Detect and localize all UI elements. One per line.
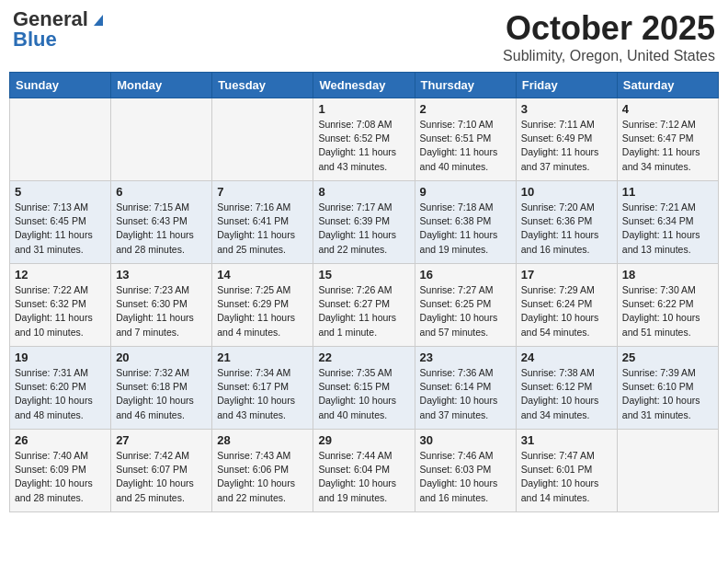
day-info: Sunrise: 7:31 AMSunset: 6:20 PMDaylight:… — [15, 366, 106, 422]
day-info: Sunrise: 7:21 AMSunset: 6:34 PMDaylight:… — [622, 201, 713, 257]
day-number: 30 — [420, 433, 511, 447]
day-cell — [10, 98, 111, 181]
day-number: 28 — [217, 433, 308, 447]
day-info: Sunrise: 7:35 AMSunset: 6:15 PMDaylight:… — [318, 366, 409, 422]
day-number: 3 — [521, 102, 612, 116]
svg-marker-0 — [94, 15, 103, 26]
day-number: 5 — [15, 185, 106, 199]
day-number: 7 — [217, 185, 308, 199]
day-info: Sunrise: 7:16 AMSunset: 6:41 PMDaylight:… — [217, 201, 308, 257]
day-number: 15 — [318, 268, 409, 282]
day-info: Sunrise: 7:17 AMSunset: 6:39 PMDaylight:… — [318, 201, 409, 257]
week-row-3: 12Sunrise: 7:22 AMSunset: 6:32 PMDayligh… — [10, 264, 719, 347]
day-number: 13 — [116, 268, 207, 282]
page-header: General Blue October 2025 Sublimity, Ore… — [9, 9, 719, 64]
day-number: 21 — [217, 350, 308, 364]
day-info: Sunrise: 7:26 AMSunset: 6:27 PMDaylight:… — [318, 283, 409, 339]
day-info: Sunrise: 7:15 AMSunset: 6:43 PMDaylight:… — [116, 201, 207, 257]
day-cell: 15Sunrise: 7:26 AMSunset: 6:27 PMDayligh… — [313, 264, 415, 347]
day-info: Sunrise: 7:40 AMSunset: 6:09 PMDaylight:… — [15, 449, 106, 505]
day-info: Sunrise: 7:36 AMSunset: 6:14 PMDaylight:… — [420, 366, 511, 422]
day-info: Sunrise: 7:34 AMSunset: 6:17 PMDaylight:… — [217, 366, 308, 422]
day-number: 16 — [420, 268, 511, 282]
day-number: 14 — [217, 268, 308, 282]
day-info: Sunrise: 7:38 AMSunset: 6:12 PMDaylight:… — [521, 366, 612, 422]
day-info: Sunrise: 7:42 AMSunset: 6:07 PMDaylight:… — [116, 449, 207, 505]
day-number: 6 — [116, 185, 207, 199]
header-friday: Friday — [516, 73, 617, 98]
day-cell: 24Sunrise: 7:38 AMSunset: 6:12 PMDayligh… — [516, 347, 617, 430]
header-thursday: Thursday — [415, 73, 516, 98]
day-info: Sunrise: 7:23 AMSunset: 6:30 PMDaylight:… — [116, 283, 207, 339]
day-cell: 17Sunrise: 7:29 AMSunset: 6:24 PMDayligh… — [516, 264, 617, 347]
day-info: Sunrise: 7:10 AMSunset: 6:51 PMDaylight:… — [420, 118, 511, 174]
day-info: Sunrise: 7:22 AMSunset: 6:32 PMDaylight:… — [15, 283, 106, 339]
day-number: 24 — [521, 350, 612, 364]
day-cell: 28Sunrise: 7:43 AMSunset: 6:06 PMDayligh… — [212, 430, 313, 512]
day-info: Sunrise: 7:18 AMSunset: 6:38 PMDaylight:… — [420, 201, 511, 257]
day-number: 23 — [420, 350, 511, 364]
day-cell: 4Sunrise: 7:12 AMSunset: 6:47 PMDaylight… — [617, 98, 718, 181]
day-number: 22 — [318, 350, 409, 364]
day-cell: 25Sunrise: 7:39 AMSunset: 6:10 PMDayligh… — [617, 347, 718, 430]
day-cell: 8Sunrise: 7:17 AMSunset: 6:39 PMDaylight… — [313, 181, 415, 264]
day-number: 9 — [420, 185, 511, 199]
day-number: 18 — [622, 268, 713, 282]
day-info: Sunrise: 7:13 AMSunset: 6:45 PMDaylight:… — [15, 201, 106, 257]
title-block: October 2025 Sublimity, Oregon, United S… — [503, 9, 715, 64]
day-cell: 14Sunrise: 7:25 AMSunset: 6:29 PMDayligh… — [212, 264, 313, 347]
day-cell: 1Sunrise: 7:08 AMSunset: 6:52 PMDaylight… — [313, 98, 415, 181]
day-cell: 11Sunrise: 7:21 AMSunset: 6:34 PMDayligh… — [617, 181, 718, 264]
day-cell: 18Sunrise: 7:30 AMSunset: 6:22 PMDayligh… — [617, 264, 718, 347]
calendar-table: SundayMondayTuesdayWednesdayThursdayFrid… — [9, 72, 719, 512]
week-row-5: 26Sunrise: 7:40 AMSunset: 6:09 PMDayligh… — [10, 430, 719, 512]
day-number: 4 — [622, 102, 713, 116]
day-cell: 20Sunrise: 7:32 AMSunset: 6:18 PMDayligh… — [111, 347, 212, 430]
day-number: 29 — [318, 433, 409, 447]
day-number: 2 — [420, 102, 511, 116]
day-cell: 23Sunrise: 7:36 AMSunset: 6:14 PMDayligh… — [415, 347, 516, 430]
day-cell: 2Sunrise: 7:10 AMSunset: 6:51 PMDaylight… — [415, 98, 516, 181]
day-cell: 22Sunrise: 7:35 AMSunset: 6:15 PMDayligh… — [313, 347, 415, 430]
day-info: Sunrise: 7:39 AMSunset: 6:10 PMDaylight:… — [622, 366, 713, 422]
week-row-2: 5Sunrise: 7:13 AMSunset: 6:45 PMDaylight… — [10, 181, 719, 264]
day-cell: 21Sunrise: 7:34 AMSunset: 6:17 PMDayligh… — [212, 347, 313, 430]
logo-icon — [90, 11, 107, 28]
day-info: Sunrise: 7:27 AMSunset: 6:25 PMDaylight:… — [420, 283, 511, 339]
header-saturday: Saturday — [617, 73, 718, 98]
day-number: 26 — [15, 433, 106, 447]
header-tuesday: Tuesday — [212, 73, 313, 98]
day-cell: 27Sunrise: 7:42 AMSunset: 6:07 PMDayligh… — [111, 430, 212, 512]
day-cell: 30Sunrise: 7:46 AMSunset: 6:03 PMDayligh… — [415, 430, 516, 512]
header-row: SundayMondayTuesdayWednesdayThursdayFrid… — [10, 73, 719, 98]
day-number: 31 — [521, 433, 612, 447]
day-info: Sunrise: 7:43 AMSunset: 6:06 PMDaylight:… — [217, 449, 308, 505]
day-info: Sunrise: 7:30 AMSunset: 6:22 PMDaylight:… — [622, 283, 713, 339]
logo: General Blue — [13, 9, 107, 50]
day-cell: 13Sunrise: 7:23 AMSunset: 6:30 PMDayligh… — [111, 264, 212, 347]
day-cell: 19Sunrise: 7:31 AMSunset: 6:20 PMDayligh… — [10, 347, 111, 430]
page-subtitle: Sublimity, Oregon, United States — [503, 48, 715, 64]
day-cell — [212, 98, 313, 181]
day-number: 1 — [318, 102, 409, 116]
day-cell: 3Sunrise: 7:11 AMSunset: 6:49 PMDaylight… — [516, 98, 617, 181]
day-info: Sunrise: 7:32 AMSunset: 6:18 PMDaylight:… — [116, 366, 207, 422]
day-info: Sunrise: 7:29 AMSunset: 6:24 PMDaylight:… — [521, 283, 612, 339]
day-cell: 12Sunrise: 7:22 AMSunset: 6:32 PMDayligh… — [10, 264, 111, 347]
day-cell: 16Sunrise: 7:27 AMSunset: 6:25 PMDayligh… — [415, 264, 516, 347]
day-cell: 9Sunrise: 7:18 AMSunset: 6:38 PMDaylight… — [415, 181, 516, 264]
day-cell: 6Sunrise: 7:15 AMSunset: 6:43 PMDaylight… — [111, 181, 212, 264]
day-cell: 29Sunrise: 7:44 AMSunset: 6:04 PMDayligh… — [313, 430, 415, 512]
week-row-4: 19Sunrise: 7:31 AMSunset: 6:20 PMDayligh… — [10, 347, 719, 430]
day-number: 17 — [521, 268, 612, 282]
header-monday: Monday — [111, 73, 212, 98]
day-cell: 31Sunrise: 7:47 AMSunset: 6:01 PMDayligh… — [516, 430, 617, 512]
day-number: 27 — [116, 433, 207, 447]
page-title: October 2025 — [503, 9, 715, 48]
logo-blue: Blue — [13, 29, 57, 50]
day-info: Sunrise: 7:46 AMSunset: 6:03 PMDaylight:… — [420, 449, 511, 505]
day-info: Sunrise: 7:44 AMSunset: 6:04 PMDaylight:… — [318, 449, 409, 505]
day-number: 25 — [622, 350, 713, 364]
day-cell: 5Sunrise: 7:13 AMSunset: 6:45 PMDaylight… — [10, 181, 111, 264]
day-cell: 10Sunrise: 7:20 AMSunset: 6:36 PMDayligh… — [516, 181, 617, 264]
